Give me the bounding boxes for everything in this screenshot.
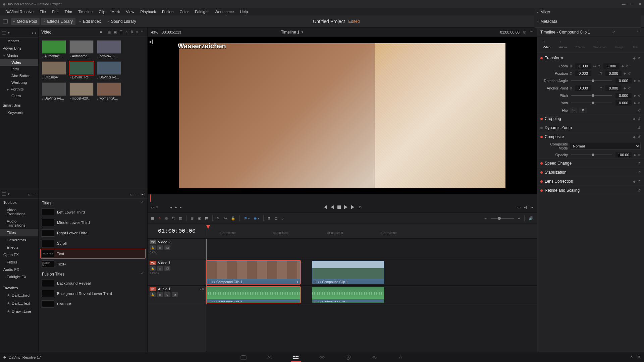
zoom-slider[interactable]	[491, 218, 514, 219]
page-fairlight[interactable]	[371, 355, 377, 360]
section-transform-label[interactable]: Transform	[545, 56, 631, 60]
blade-tool-icon[interactable]: ▥	[179, 216, 182, 221]
track-auto-v2[interactable]: ▭	[157, 245, 163, 250]
title-text[interactable]: Basic TitleText	[41, 249, 145, 258]
track-header-v1[interactable]: V1Video 1 🔒▭☐ 2 Clips	[148, 259, 206, 286]
menu-playback[interactable]: Playback	[138, 9, 159, 14]
zoom-y-input[interactable]	[603, 63, 620, 69]
fx-cat-generators[interactable]: Generators	[0, 236, 38, 244]
view-metadata-icon[interactable]: ▦	[107, 30, 111, 34]
pos-y-input[interactable]	[605, 71, 622, 76]
keyframe-icon[interactable]: ◆	[634, 94, 636, 97]
inspector-expand-icon[interactable]: ⤢	[612, 30, 615, 34]
track-badge-a1[interactable]: A1	[150, 287, 156, 291]
bin-werbung[interactable]: Werbung	[0, 79, 38, 86]
nav-fwd-icon[interactable]: ›	[35, 31, 36, 35]
title-left-lower-third[interactable]: Left Lower Third	[41, 207, 145, 217]
prev-frame-button[interactable]	[331, 205, 334, 209]
menu-davinci-resolve[interactable]: DaVinci Resolve	[3, 9, 36, 14]
track-lock-a1[interactable]: 🔒	[150, 292, 156, 297]
bin-dropdown-icon[interactable]: ▾	[8, 31, 10, 35]
replace-clip-icon[interactable]: ⬒	[205, 216, 208, 221]
section-enable-dot[interactable]	[540, 57, 543, 59]
flip-v-button[interactable]: ⇵	[579, 108, 587, 113]
reset-icon[interactable]: ↺	[628, 72, 631, 75]
video-clip[interactable]: ☷⚯Compound Clip 1✦	[206, 261, 300, 284]
track-v1[interactable]: ☷⚯Compound Clip 1✦☷⚯Compound Clip 1	[206, 259, 537, 286]
fx-cat-open-fx[interactable]: Open FX	[0, 251, 38, 258]
flip-h-button[interactable]: ⇋	[570, 108, 577, 113]
stop-button[interactable]	[337, 205, 341, 209]
fx-goto-end-icon[interactable]: ▸|	[142, 192, 145, 196]
track-lock-v2[interactable]: 🔒	[150, 245, 156, 250]
section-enable-dot[interactable]	[540, 136, 543, 138]
bypass-icon[interactable]: ◎	[523, 30, 526, 34]
favorite-item[interactable]: ★Dark...Text	[0, 299, 38, 307]
keyframe-icon[interactable]: ◆	[624, 72, 626, 75]
view-thumb-icon[interactable]: ▣	[113, 30, 117, 34]
clip-thumbnail[interactable]: ♪DaVinci Re...	[97, 61, 121, 79]
track-auto-v1[interactable]: ▭	[157, 266, 163, 271]
blade-edit-icon[interactable]: ✎	[217, 216, 220, 221]
reset-icon[interactable]: ↺	[638, 101, 641, 105]
clip-thumbnail[interactable]: ♪Clip.mp4	[42, 61, 66, 79]
fx-cat-video-transitions[interactable]: Video Transitions	[0, 206, 38, 218]
detail-zoom-icon[interactable]: ⌕	[281, 216, 284, 220]
track-header-v2[interactable]: V2Video 2 🔒▭☐ 0 Clip	[148, 239, 206, 259]
reset-icon[interactable]: ↺	[626, 64, 629, 68]
titles-category-header[interactable]: Titles ⌃	[39, 199, 147, 207]
reset-icon[interactable]: ↺	[638, 126, 641, 130]
reset-icon[interactable]: ↺	[638, 79, 641, 83]
reset-icon[interactable]: ↺	[638, 109, 641, 112]
track-enable-v1[interactable]: ☐	[164, 266, 170, 271]
fx-dropdown-icon[interactable]: ▾	[8, 192, 10, 196]
inspector-tab-video[interactable]: ▫Video	[541, 40, 552, 50]
menu-trim[interactable]: Trim	[62, 9, 75, 14]
anchor-y-input[interactable]	[605, 85, 622, 91]
reset-icon[interactable]: ↺	[638, 161, 641, 166]
pitch-slider[interactable]	[571, 95, 612, 96]
menu-file[interactable]: File	[37, 9, 49, 14]
pitch-input[interactable]	[615, 93, 632, 98]
keyframe-icon[interactable]: ◆	[624, 86, 626, 90]
timeline-ruler[interactable]: 01:00:08:00 01:00:16:00 01:00:32:00 01:0…	[206, 224, 537, 239]
keyframe-icon[interactable]: ◆	[622, 64, 624, 68]
fx-cat-titles[interactable]: Titles	[0, 229, 38, 236]
fx-search-icon[interactable]: ⌕	[28, 192, 31, 196]
rotation-slider[interactable]	[571, 80, 612, 81]
title-scroll[interactable]: Scroll	[41, 239, 145, 248]
playhead-line[interactable]	[206, 239, 207, 304]
prev-clip-icon[interactable]: |◂	[530, 205, 533, 209]
fx-options-icon[interactable]: ⋯	[33, 192, 36, 196]
rotation-input[interactable]	[615, 78, 632, 83]
keyframe-icon[interactable]: ◆	[633, 135, 636, 139]
yaw-input[interactable]	[615, 100, 632, 106]
bin-fortnite[interactable]: Fortnite	[0, 86, 38, 93]
title-right-lower-third[interactable]: Right Lower Third	[41, 228, 145, 238]
goto-end-icon[interactable]: ▸|	[150, 39, 153, 44]
menu-clip[interactable]: Clip	[96, 9, 108, 14]
section-enable-dot[interactable]	[540, 189, 543, 192]
menu-edit[interactable]: Edit	[49, 9, 61, 14]
page-color[interactable]	[345, 355, 351, 360]
clip-thumbnail[interactable]: ♪boy-24202...	[97, 40, 121, 58]
search-icon[interactable]: ⌕	[125, 30, 128, 34]
fx-cat-effects[interactable]: Effects	[0, 244, 38, 251]
reset-icon[interactable]: ↺	[628, 86, 631, 90]
bin-master[interactable]: Master	[0, 38, 38, 44]
keyframe-icon[interactable]: ◆	[634, 153, 636, 157]
zoom-in-icon[interactable]: +	[518, 216, 520, 220]
viewer[interactable]: ▸| Wasserzeichen	[148, 37, 537, 194]
page-fusion[interactable]	[319, 355, 325, 360]
title-text-[interactable]: Custom TitleText+	[41, 259, 145, 269]
first-frame-button[interactable]	[323, 205, 327, 209]
viewer-zoom[interactable]: 43%	[151, 30, 158, 34]
menu-color[interactable]: Color	[177, 9, 191, 14]
ws-edit-index[interactable]: ▫Edit Index	[77, 18, 104, 25]
fx-cat-filters[interactable]: Filters	[0, 258, 38, 266]
timeline-selector[interactable]: Timeline 1 ▼	[281, 30, 304, 35]
reset-icon[interactable]: ↺	[638, 188, 641, 193]
lock-icon[interactable]: 🔒	[231, 216, 235, 221]
section-enable-dot[interactable]	[540, 162, 543, 165]
nav-back-icon[interactable]: ‹	[32, 31, 33, 35]
